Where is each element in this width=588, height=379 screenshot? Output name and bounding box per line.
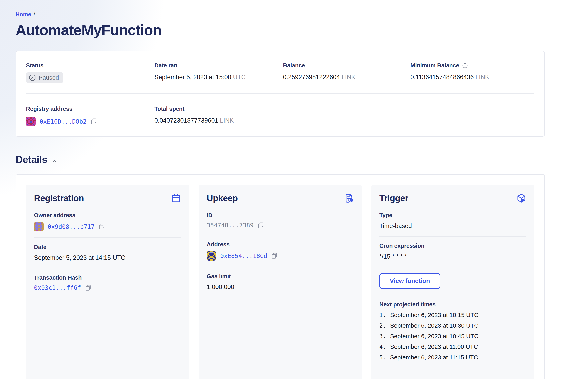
projected-time-text: September 6, 2023 at 11:00 UTC (390, 343, 478, 351)
upkeep-card: Upkeep ID 354748...7389 (199, 185, 362, 379)
details-container: Registration Owner address 0x9d08...b717 (15, 174, 545, 379)
registration-date-label: Date (34, 244, 181, 250)
projected-time-number: 2. (379, 322, 386, 330)
info-icon[interactable] (462, 63, 468, 69)
copy-icon (90, 118, 97, 125)
trigger-type-field: Type Time-based (379, 212, 527, 230)
breadcrumb-separator: / (34, 11, 35, 18)
summary-divider (26, 93, 534, 94)
registry-address-link[interactable]: 0xE16D...D8b2 (40, 118, 87, 125)
upkeep-address-field: Address 0xE854...18Cd (207, 241, 354, 261)
min-balance-amount: 0.11364157484866436 (410, 74, 474, 81)
registration-date-field: Date September 5, 2023 at 14:15 UTC (34, 244, 181, 262)
octagon-x-icon (29, 74, 36, 81)
breadcrumb-home-link[interactable]: Home (15, 11, 31, 18)
trigger-card: Trigger Type Time-based Cron expression … (371, 185, 534, 379)
status-cell: Status Paused (26, 62, 154, 83)
owner-address-link[interactable]: 0x9d08...b717 (48, 223, 95, 230)
copy-icon (271, 252, 278, 259)
registration-title: Registration (34, 193, 84, 203)
next-projected-times-label: Next projected times (379, 301, 527, 308)
projected-time-text: September 6, 2023 at 10:30 UTC (390, 322, 478, 330)
owner-address-row: 0x9d08...b717 (34, 222, 181, 231)
divider (34, 237, 181, 238)
copy-upkeep-address-button[interactable] (271, 252, 278, 259)
view-function-button[interactable]: View function (379, 273, 440, 289)
copy-owner-address-button[interactable] (99, 223, 105, 230)
projected-time-item: 1.September 6, 2023 at 10:15 UTC (379, 311, 527, 319)
owner-avatar (34, 222, 44, 231)
copy-transaction-hash-button[interactable] (85, 284, 91, 291)
balance-amount: 0.259276981222604 (283, 74, 340, 81)
trigger-card-header: Trigger (379, 193, 527, 203)
page-content: Home / AutomateMyFunction Status Paused … (0, 0, 545, 379)
upkeep-title: Upkeep (207, 193, 238, 203)
date-ran-text: September 5, 2023 at 15:00 (154, 74, 231, 81)
upkeep-address-link[interactable]: 0xE854...18Cd (220, 252, 267, 259)
cron-expression-value: */15 * * * * (379, 252, 527, 261)
total-spent-cell: Total spent 0.04072301877739601 LINK (154, 106, 283, 126)
document-gear-icon (344, 193, 354, 203)
upkeep-id-row: 354748...7389 (207, 222, 354, 229)
copy-registry-address-button[interactable] (90, 118, 97, 125)
divider (34, 268, 181, 268)
copy-icon (257, 222, 264, 229)
details-collapse-chevron[interactable] (52, 158, 57, 164)
balance-unit: LINK (342, 74, 355, 81)
copy-icon (85, 284, 91, 291)
registration-date-value: September 5, 2023 at 14:15 UTC (34, 253, 181, 262)
projected-time-text: September 6, 2023 at 10:15 UTC (390, 311, 478, 319)
trigger-type-value: Time-based (379, 222, 527, 230)
projected-time-item: 2.September 6, 2023 at 10:30 UTC (379, 322, 527, 330)
cube-icon (516, 193, 527, 203)
owner-address-field: Owner address 0x9d08...b717 (34, 212, 181, 231)
registry-cell: Registry address 0xE16D...D8b2 (26, 106, 154, 126)
registry-label: Registry address (26, 106, 154, 112)
min-balance-value: 0.11364157484866436 LINK (410, 74, 534, 81)
transaction-hash-row: 0x03c1...ff6f (34, 284, 181, 291)
date-ran-cell: Date ran September 5, 2023 at 15:00 UTC (154, 62, 283, 83)
divider (379, 295, 527, 295)
breadcrumb: Home / (15, 11, 545, 18)
details-cards: Registration Owner address 0x9d08...b717 (26, 185, 534, 379)
date-ran-suffix: UTC (233, 74, 246, 81)
summary-card: Status Paused Date ran September 5, 2023… (15, 51, 545, 137)
next-projected-times-field: Next projected times 1.September 6, 2023… (379, 301, 527, 362)
divider (207, 235, 354, 235)
status-label: Status (26, 62, 154, 69)
date-ran-value: September 5, 2023 at 15:00 UTC (154, 74, 283, 81)
upkeep-address-row: 0xE854...18Cd (207, 251, 354, 261)
transaction-hash-field: Transaction Hash 0x03c1...ff6f (34, 274, 181, 291)
projected-time-item: 4.September 6, 2023 at 11:00 UTC (379, 343, 527, 351)
status-badge-text: Paused (39, 74, 59, 81)
trigger-title: Trigger (379, 193, 408, 203)
trigger-type-label: Type (379, 212, 527, 219)
details-heading-row: Details (15, 154, 545, 165)
divider (379, 236, 527, 237)
gas-limit-value: 1,000,000 (207, 283, 354, 291)
total-spent-value: 0.04072301877739601 LINK (154, 117, 283, 124)
projected-time-number: 1. (379, 311, 386, 319)
transaction-hash-link[interactable]: 0x03c1...ff6f (34, 284, 81, 291)
transaction-hash-label: Transaction Hash (34, 274, 181, 281)
registry-avatar (26, 117, 36, 126)
divider (379, 267, 527, 267)
divider (207, 267, 354, 267)
registration-card-header: Registration (34, 193, 181, 203)
min-balance-unit: LINK (475, 74, 489, 81)
owner-address-label: Owner address (34, 212, 181, 219)
copy-upkeep-id-button[interactable] (257, 222, 264, 229)
upkeep-avatar (207, 251, 216, 261)
balance-cell: Balance 0.259276981222604 LINK (283, 62, 410, 83)
status-badge: Paused (26, 72, 63, 83)
projected-time-item: 3.September 6, 2023 at 10:45 UTC (379, 332, 527, 340)
projected-time-number: 4. (379, 343, 386, 351)
min-balance-label: Minimum Balance (410, 62, 459, 69)
registration-card: Registration Owner address 0x9d08...b717 (26, 185, 189, 379)
balance-value: 0.259276981222604 LINK (283, 74, 410, 81)
total-spent-label: Total spent (154, 106, 283, 112)
balance-label: Balance (283, 62, 410, 69)
divider (379, 368, 527, 368)
projected-time-number: 3. (379, 332, 386, 340)
projected-time-item: 5.September 6, 2023 at 11:15 UTC (379, 353, 527, 362)
